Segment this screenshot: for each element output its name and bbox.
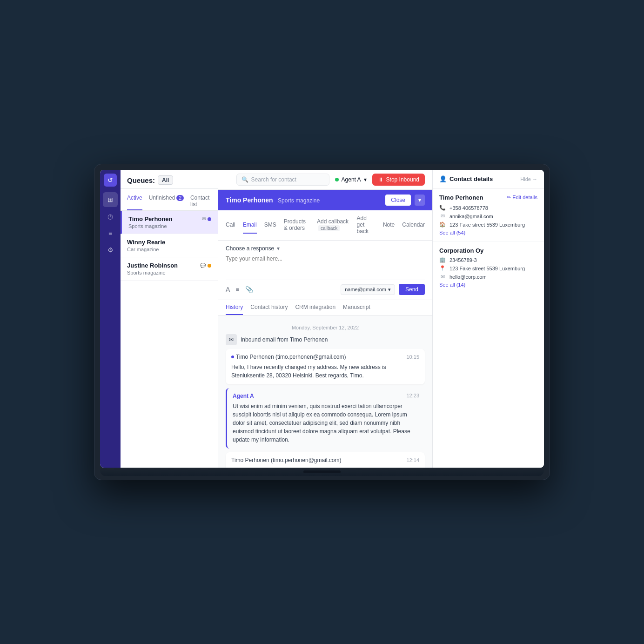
send-button[interactable]: Send [399, 284, 425, 295]
close-arrow-button[interactable]: ▾ [415, 195, 425, 206]
tab-sms[interactable]: SMS [264, 217, 276, 234]
attachment-icon[interactable]: 📎 [245, 286, 253, 293]
unfinished-badge: 2 [176, 195, 184, 201]
main-content: 🔍 Search for contact Agent A ▾ ⏸ Stop In… [218, 170, 432, 468]
company-id-row: 🏢 23456789-3 [439, 257, 537, 263]
queue-tab-contact-list[interactable]: Contact list [190, 193, 209, 210]
message-bubble-customer: Timo Perhonen (timo.perhonen@gmail.com) … [226, 349, 425, 384]
message-text: Hello, I have recently changed my addres… [231, 363, 419, 380]
inbound-email-icon: ✉ [226, 334, 237, 345]
contact-phone: +358 406578778 [449, 205, 488, 211]
email-panel: Timo Perhonen Sports magazine Close ▾ Ca… [218, 190, 432, 468]
see-all-company-link[interactable]: See all (14) [439, 282, 537, 288]
sidebar-icon-list[interactable]: ≡ [103, 226, 118, 241]
queue-item[interactable]: Justine Robinson 💬 Sports magazine [121, 257, 218, 281]
queue-panel: Queues: All Active Unfinished2 Contact l… [121, 170, 218, 468]
see-all-personal-link[interactable]: See all (54) [439, 230, 537, 235]
company-address: 123 Fake street 5539 Luxemburg [449, 266, 525, 271]
sidebar: ↺ ⊞ ◷ ≡ ⚙ [100, 170, 121, 468]
queue-item[interactable]: Winny Rearie Car magazine [121, 234, 218, 257]
email-textarea[interactable] [226, 255, 425, 274]
from-email-value: name@gmail.com [345, 287, 386, 292]
contact-details-title: 👤 Contact details [439, 175, 493, 182]
message-header-2: Timo Perhonen (timo.perhonen@gmail.com) … [231, 457, 419, 463]
sidebar-logo[interactable]: ↺ [104, 174, 117, 187]
contact-name-header: Timo Perhonen ✏ Edit details [439, 194, 537, 201]
queue-tab-active[interactable]: Active [127, 193, 142, 210]
history-tabs: History Contact history CRM integration … [218, 300, 432, 315]
tab-calendar[interactable]: Calendar [402, 217, 425, 234]
contact-address-row: 🏠 123 Fake street 5539 Luxemburg [439, 221, 537, 228]
agent-chevron-icon[interactable]: ▾ [364, 176, 367, 183]
choose-response-dropdown[interactable]: Choose a response ▾ [226, 245, 425, 252]
status-dot-purple [208, 217, 211, 221]
agent-sender-name: Agent A [233, 393, 254, 399]
callback-badge: callback [318, 225, 340, 231]
queue-items-list: Timo Perhonen ✉ Sports magazine Winny Re… [121, 211, 218, 468]
queue-item[interactable]: Timo Perhonen ✉ Sports magazine [121, 211, 218, 234]
sender-dot [231, 356, 234, 358]
stop-inbound-button[interactable]: ⏸ Stop Inbound [372, 174, 425, 186]
history-tab-contact-history[interactable]: Contact history [250, 300, 288, 315]
contact-email-row: ✉ annika@gmail.com [439, 213, 537, 219]
tab-call[interactable]: Call [226, 217, 235, 234]
message-time-2: 12:14 [406, 457, 419, 463]
queue-tabs: Active Unfinished2 Contact list [121, 189, 218, 211]
history-tab-history[interactable]: History [226, 300, 243, 315]
history-tab-manuscript[interactable]: Manuscript [343, 300, 370, 315]
contact-address: 123 Fake street 5539 Luxemburg [449, 222, 525, 228]
pause-icon: ⏸ [378, 176, 383, 183]
search-contact-field[interactable]: 🔍 Search for contact [236, 174, 329, 186]
queue-filter[interactable]: All [158, 175, 173, 185]
agent-name: Agent A [342, 176, 361, 183]
contact-icon: 👤 [439, 175, 447, 182]
queue-tab-unfinished[interactable]: Unfinished2 [149, 193, 184, 210]
message-bubble-customer-2: Timo Perhonen (timo.perhonen@gmail.com) … [226, 452, 425, 468]
email-subtitle: Sports magazine [278, 197, 320, 204]
email-from: name@gmail.com ▾ Send [341, 284, 425, 295]
company-id-icon: 🏢 [439, 257, 446, 263]
agent-message-bubble: Agent A 12:23 Ut wisi enim ad minim veni… [226, 388, 425, 449]
toolbar-icons: A ≡ 📎 [226, 286, 253, 293]
agent-status-dot [335, 178, 339, 181]
tab-note[interactable]: Note [383, 217, 395, 234]
chevron-icon: ▾ [388, 287, 391, 293]
agent-bubble-header: Agent A 12:23 [233, 393, 419, 399]
top-bar: 🔍 Search for contact Agent A ▾ ⏸ Stop In… [218, 170, 432, 190]
sidebar-icon-clock[interactable]: ◷ [103, 209, 118, 224]
email-compose: Choose a response ▾ A ≡ 📎 [218, 241, 432, 300]
queue-item-name-text: Winny Rearie [127, 239, 165, 246]
email-subject: Timo Perhonen [226, 196, 273, 204]
contact-details-header: 👤 Contact details Hide → [433, 170, 544, 188]
history-tab-crm[interactable]: CRM integration [295, 300, 335, 315]
tab-add-callback[interactable]: Add callback callback [317, 214, 349, 237]
sidebar-icon-settings[interactable]: ⚙ [103, 242, 118, 257]
company-email: hello@corp.com [449, 274, 487, 280]
company-section: Corporation Oy 🏢 23456789-3 📍 123 Fake s… [433, 242, 544, 293]
queue-item-sub-text: Sports magazine [127, 270, 211, 275]
company-name: Corporation Oy [439, 247, 537, 254]
status-dot-orange [208, 264, 211, 268]
tab-add-get-back[interactable]: Add get back [357, 210, 376, 240]
agent-message-time: 12:23 [406, 393, 419, 399]
text-format-icon[interactable]: A [226, 286, 230, 293]
text-align-icon[interactable]: ≡ [235, 286, 239, 293]
search-contact-placeholder: Search for contact [251, 176, 296, 183]
message-time: 10:15 [406, 354, 419, 360]
tab-products-orders[interactable]: Products & orders [284, 214, 309, 237]
close-button[interactable]: Close [385, 195, 411, 206]
company-address-row: 📍 123 Fake street 5539 Luxemburg [439, 265, 537, 271]
tab-email[interactable]: Email [243, 217, 257, 234]
contact-name: Timo Perhonen [439, 194, 483, 201]
choose-response-label: Choose a response [226, 245, 274, 252]
queue-title-text: Queues: [127, 176, 155, 184]
edit-details-button[interactable]: ✏ Edit details [507, 195, 537, 201]
sidebar-icon-grid[interactable]: ⊞ [103, 192, 118, 207]
email-header: Timo Perhonen Sports magazine Close ▾ [218, 190, 432, 210]
message-text-2: Ut wisi enim ad minim veniam, quis nostr… [231, 466, 419, 468]
hide-panel-button[interactable]: Hide → [520, 176, 537, 182]
message-sender-2: Timo Perhonen (timo.perhonen@gmail.com) [231, 457, 342, 463]
email-header-actions: Close ▾ [385, 195, 425, 206]
from-email-selector[interactable]: name@gmail.com ▾ [341, 284, 395, 295]
company-id: 23456789-3 [449, 257, 477, 263]
